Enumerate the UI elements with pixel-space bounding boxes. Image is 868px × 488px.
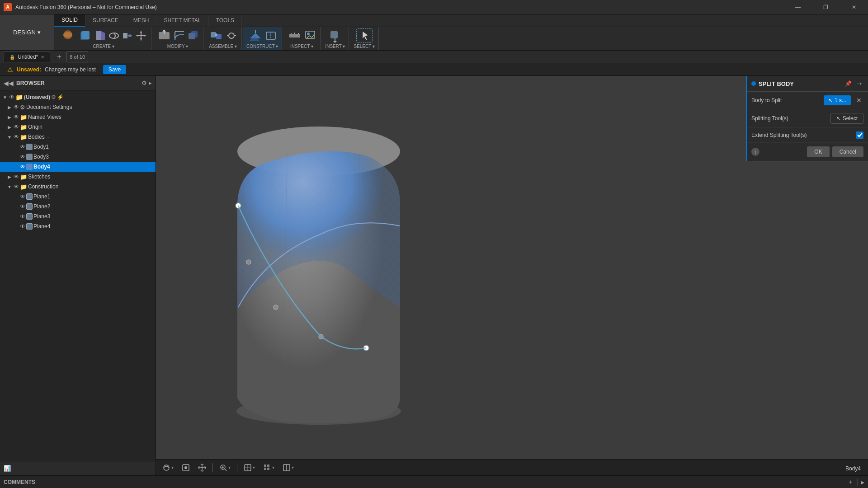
modify-press-pull-icon[interactable]: [156, 28, 172, 43]
named-views-arrow[interactable]: [6, 114, 13, 120]
browser-settings-icon[interactable]: ⚙: [142, 80, 147, 86]
construction-arrow[interactable]: [6, 183, 13, 190]
tab-tools[interactable]: TOOLS: [209, 14, 242, 27]
inspect-measure-icon[interactable]: [287, 28, 303, 43]
plane1-eye[interactable]: 👁: [20, 193, 25, 200]
construct-group-label[interactable]: CONSTRUCT ▾: [246, 44, 278, 49]
sketches-eye[interactable]: 👁: [14, 174, 19, 180]
doc-settings-arrow[interactable]: [6, 104, 13, 110]
display-mode-button[interactable]: ▾: [241, 462, 258, 474]
select-icon[interactable]: [356, 28, 373, 43]
zoom-tool-button[interactable]: ▾: [217, 462, 233, 474]
tree-item-construction[interactable]: 👁 📁 Construction: [0, 182, 156, 192]
panel-ok-button[interactable]: OK: [807, 146, 829, 157]
tree-item-origin[interactable]: 👁 📁 Origin: [0, 122, 156, 132]
viewport-split-button[interactable]: ▾: [280, 462, 297, 474]
panel-cancel-button[interactable]: Cancel: [832, 146, 863, 157]
body-to-split-value-button[interactable]: ↖ 1 s...: [824, 95, 851, 105]
minimize-button[interactable]: —: [788, 0, 808, 14]
construct-offset-plane-icon[interactable]: [247, 28, 264, 43]
add-comment-icon[interactable]: ＋: [847, 478, 854, 486]
unsaved-expand-arrow[interactable]: [2, 94, 8, 100]
tree-item-unsaved[interactable]: 👁 📁 (Unsaved) ⚙ ⚡: [0, 92, 156, 102]
tree-item-sketches[interactable]: 👁 📁 Sketches: [0, 172, 156, 182]
tree-item-plane3[interactable]: 👁 Plane3: [0, 211, 156, 221]
tree-item-plane2[interactable]: 👁 Plane2: [0, 202, 156, 211]
pan-tool-button[interactable]: [195, 462, 209, 474]
splitting-tools-select-button[interactable]: ↖ Select: [830, 113, 863, 124]
plane1-icon: [26, 193, 33, 200]
doc-settings-eye[interactable]: 👁: [14, 104, 19, 110]
assemble-new-component-icon[interactable]: [208, 28, 224, 43]
construction-eye[interactable]: 👁: [14, 183, 19, 190]
tree-item-body3[interactable]: 👁 Body3: [0, 152, 156, 162]
origin-eye[interactable]: 👁: [14, 124, 19, 130]
sketches-arrow[interactable]: [6, 174, 13, 180]
unsaved-lightning-icon[interactable]: ⚡: [57, 94, 64, 100]
browser-collapse-button[interactable]: ◀◀: [4, 80, 14, 87]
svg-line-60: [225, 469, 226, 471]
modify-fillet-icon[interactable]: [173, 29, 186, 42]
inspect-group-label[interactable]: INSPECT ▾: [290, 44, 313, 49]
look-at-button[interactable]: [179, 462, 193, 474]
modify-combine-icon[interactable]: [187, 29, 199, 42]
insert-icon[interactable]: [327, 28, 343, 43]
body1-eye[interactable]: 👁: [20, 144, 25, 150]
origin-arrow[interactable]: [6, 124, 13, 130]
tab-surface[interactable]: SURFACE: [85, 14, 126, 27]
tree-item-body4[interactable]: 👁 Body4: [0, 162, 156, 172]
tab-solid[interactable]: SOLID: [54, 14, 85, 27]
plane3-eye[interactable]: 👁: [20, 213, 25, 220]
orbit-tool-button[interactable]: ▾: [160, 462, 176, 474]
panel-expand-button[interactable]: ⇢: [855, 80, 863, 88]
maximize-button[interactable]: ❐: [816, 0, 836, 14]
body-to-split-remove-button[interactable]: ✕: [854, 96, 863, 105]
tab-mesh[interactable]: MESH: [126, 14, 157, 27]
create-revolve-icon[interactable]: [108, 29, 120, 42]
bodies-eye[interactable]: 👁: [14, 134, 19, 140]
inspect-canvas-icon[interactable]: [304, 29, 316, 42]
tree-item-plane4[interactable]: 👁 Plane4: [0, 221, 156, 231]
tree-item-plane1[interactable]: 👁 Plane1: [0, 192, 156, 202]
viewport[interactable]: X Y Z RIGHT SPLIT BODY 📌 ⇢: [156, 76, 868, 475]
select-group-label[interactable]: SELECT ▾: [354, 44, 375, 49]
named-views-eye[interactable]: 👁: [14, 114, 19, 120]
grid-button[interactable]: ▾: [260, 462, 277, 474]
file-tab-close[interactable]: ✕: [41, 55, 44, 60]
tree-item-bodies[interactable]: 👁 📁 Bodies ···: [0, 132, 156, 142]
create-move-icon[interactable]: [135, 29, 147, 42]
panel-pin-button[interactable]: 📌: [843, 80, 854, 88]
close-button[interactable]: ✕: [844, 0, 864, 14]
design-menu-button[interactable]: DESIGN ▾: [0, 14, 54, 50]
modify-group-label[interactable]: MODIFY ▾: [167, 44, 188, 49]
create-body-icon[interactable]: [77, 28, 93, 43]
split-body-header: SPLIT BODY 📌 ⇢: [747, 76, 868, 92]
create-extrude-icon[interactable]: [94, 29, 107, 42]
add-tab-button[interactable]: ＋: [54, 51, 65, 62]
create-component-icon[interactable]: [60, 28, 76, 43]
body3-eye[interactable]: 👁: [20, 154, 25, 160]
tab-sheet-metal[interactable]: SHEET METAL: [156, 14, 208, 27]
file-tab-untitled[interactable]: 🔒 Untitled* ✕: [4, 52, 50, 62]
panel-info-button[interactable]: i: [751, 148, 760, 156]
browser-expand-icon[interactable]: ▸: [149, 80, 152, 86]
save-button[interactable]: Save: [103, 65, 126, 74]
create-sweep-icon[interactable]: [121, 29, 134, 42]
plane4-eye[interactable]: 👁: [20, 223, 25, 230]
tree-item-body1[interactable]: 👁 Body1: [0, 142, 156, 152]
body4-eye[interactable]: 👁: [20, 164, 25, 170]
tree-item-named-views[interactable]: 👁 📁 Named Views: [0, 112, 156, 122]
insert-group-label[interactable]: INSERT ▾: [325, 44, 345, 49]
assemble-group-label[interactable]: ASSEMBLE ▾: [209, 44, 237, 49]
assemble-joint-icon[interactable]: [225, 29, 238, 42]
expand-bottom-icon[interactable]: ▸: [861, 479, 864, 486]
tree-item-doc-settings[interactable]: 👁 ⚙ Document Settings: [0, 102, 156, 112]
plane2-eye[interactable]: 👁: [20, 203, 25, 210]
create-group-label[interactable]: CREATE ▾: [93, 44, 114, 49]
doc-settings-label: Document Settings: [26, 104, 72, 110]
unsaved-visibility-icon[interactable]: 👁: [9, 94, 14, 100]
bodies-arrow[interactable]: [6, 134, 13, 140]
unsaved-gear-icon[interactable]: ⚙: [51, 94, 56, 100]
extend-checkbox[interactable]: [856, 131, 863, 139]
construct-midplane-icon[interactable]: [264, 29, 277, 42]
